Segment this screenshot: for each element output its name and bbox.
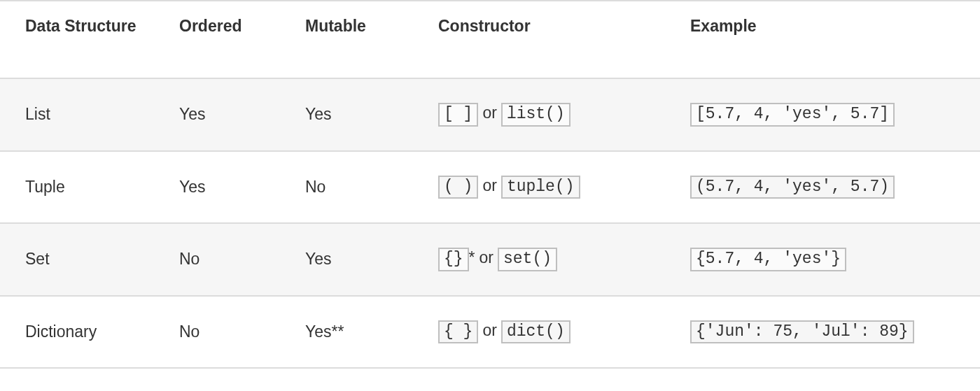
code-literal: [ ]: [438, 103, 478, 127]
code-example: {5.7, 4, 'yes'}: [690, 248, 846, 271]
code-example: (5.7, 4, 'yes', 5.7): [690, 176, 895, 199]
cell-name: Set: [0, 223, 154, 296]
ctor-suffix: *: [469, 248, 475, 266]
data-structures-table: Data Structure Ordered Mutable Construct…: [0, 0, 980, 369]
table-header-row: Data Structure Ordered Mutable Construct…: [0, 1, 980, 78]
cell-name: Dictionary: [0, 296, 154, 369]
code-literal: { }: [438, 320, 478, 344]
table-row: Tuple Yes No ( )ortuple() (5.7, 4, 'yes'…: [0, 151, 980, 224]
cell-example: (5.7, 4, 'yes', 5.7): [665, 151, 980, 224]
cell-constructor: ( )ortuple(): [413, 151, 665, 224]
cell-name: List: [0, 78, 154, 151]
cell-ordered: Yes: [154, 78, 280, 151]
cell-mutable: Yes**: [280, 296, 413, 369]
cell-ordered: No: [154, 223, 280, 296]
code-example: {'Jun': 75, 'Jul': 89}: [690, 320, 914, 344]
header-data-structure: Data Structure: [0, 1, 154, 78]
cell-mutable: Yes: [280, 78, 413, 151]
ctor-sep: or: [478, 321, 500, 339]
code-literal: ( ): [438, 176, 478, 199]
ctor-sep: or: [478, 104, 500, 122]
cell-constructor: {}*orset(): [413, 223, 665, 296]
code-func: tuple(): [501, 176, 580, 199]
header-constructor: Constructor: [413, 1, 665, 78]
cell-ordered: Yes: [154, 151, 280, 224]
cell-constructor: { }ordict(): [413, 296, 665, 369]
cell-constructor: [ ]orlist(): [413, 78, 665, 151]
header-example: Example: [665, 1, 980, 78]
code-func: dict(): [501, 320, 570, 344]
code-example: [5.7, 4, 'yes', 5.7]: [690, 103, 895, 127]
table-row: List Yes Yes [ ]orlist() [5.7, 4, 'yes',…: [0, 78, 980, 151]
code-func: list(): [501, 103, 570, 127]
code-func: set(): [498, 248, 557, 271]
ctor-sep: or: [478, 176, 500, 194]
header-ordered: Ordered: [154, 1, 280, 78]
cell-ordered: No: [154, 296, 280, 369]
cell-example: {'Jun': 75, 'Jul': 89}: [665, 296, 980, 369]
code-literal: {}: [438, 248, 469, 271]
cell-mutable: Yes: [280, 223, 413, 296]
cell-example: [5.7, 4, 'yes', 5.7]: [665, 78, 980, 151]
cell-name: Tuple: [0, 151, 154, 224]
header-mutable: Mutable: [280, 1, 413, 78]
table-row: Dictionary No Yes** { }ordict() {'Jun': …: [0, 296, 980, 369]
ctor-sep: or: [475, 248, 498, 266]
cell-mutable: No: [280, 151, 413, 224]
cell-example: {5.7, 4, 'yes'}: [665, 223, 980, 296]
table-row: Set No Yes {}*orset() {5.7, 4, 'yes'}: [0, 223, 980, 296]
